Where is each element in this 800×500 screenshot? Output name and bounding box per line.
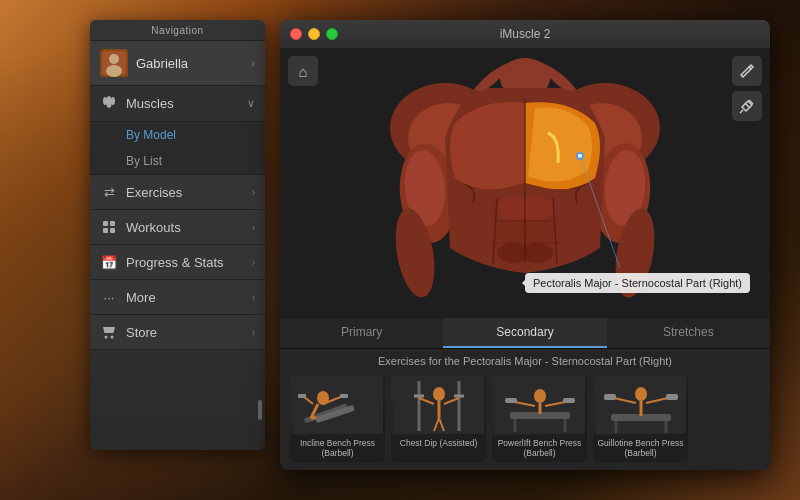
exercise-tabs: Primary Secondary Stretches	[280, 318, 770, 349]
svg-line-13	[745, 103, 750, 108]
workouts-chevron-icon: ›	[252, 222, 255, 233]
syringe-button[interactable]	[732, 91, 762, 121]
muscles-chevron-icon: ∨	[247, 97, 255, 110]
nav-more[interactable]: ··· More ›	[90, 280, 265, 315]
exercise-card-1[interactable]: Chest Dip (Assisted)	[391, 375, 486, 462]
more-chevron-icon: ›	[252, 292, 255, 303]
muscles-by-list[interactable]: By List	[90, 148, 265, 174]
user-name: Gabriella	[136, 56, 251, 71]
pencil-button[interactable]	[732, 56, 762, 86]
exercise-label-3: Guillotine Bench Press (Barbell)	[593, 435, 688, 462]
exercise-card-2[interactable]: PowerlIft Bench Press (Barbell)	[492, 375, 587, 462]
tool-buttons	[732, 56, 762, 121]
svg-point-74	[635, 387, 647, 401]
workouts-icon	[100, 218, 118, 236]
navigation-panel: Navigation Gabriella › Muscles ∨ By M	[90, 20, 265, 450]
muscles-icon	[100, 94, 118, 113]
svg-point-3	[106, 65, 122, 77]
exercise-grid: Incline Bench Press (Barbell)	[290, 375, 760, 466]
nav-scrollbar[interactable]	[258, 400, 262, 420]
window-title: iMuscle 2	[500, 27, 551, 41]
exercise-label-0: Incline Bench Press (Barbell)	[290, 435, 385, 462]
svg-rect-49	[340, 394, 348, 398]
window-controls	[290, 28, 338, 40]
muscles-by-model[interactable]: By Model	[90, 122, 265, 148]
svg-rect-69	[563, 398, 575, 403]
svg-point-6	[111, 97, 115, 105]
nav-user-row[interactable]: Gabriella ›	[90, 41, 265, 86]
maximize-button[interactable]	[326, 28, 338, 40]
nav-exercises[interactable]: ⇄ Exercises ›	[90, 175, 265, 210]
minimize-button[interactable]	[308, 28, 320, 40]
more-label: More	[126, 290, 252, 305]
svg-point-56	[433, 387, 445, 401]
exercise-card-0[interactable]: Incline Bench Press (Barbell)	[290, 375, 385, 462]
nav-workouts[interactable]: Workouts ›	[90, 210, 265, 245]
svg-rect-10	[110, 228, 115, 233]
muscles-label: Muscles	[126, 96, 247, 111]
exercises-icon: ⇄	[100, 183, 118, 201]
svg-point-5	[103, 97, 107, 105]
user-chevron-icon: ›	[251, 57, 255, 69]
nav-muscles-header[interactable]: Muscles ∨	[90, 86, 265, 122]
avatar	[100, 49, 128, 77]
more-icon: ···	[100, 288, 118, 306]
store-icon	[100, 323, 118, 341]
muscles-submenu: By Model By List	[90, 122, 265, 175]
nav-store[interactable]: Store ›	[90, 315, 265, 350]
tab-stretches[interactable]: Stretches	[607, 318, 770, 348]
workouts-label: Workouts	[126, 220, 252, 235]
exercise-card-3[interactable]: Guillotine Bench Press (Barbell)	[593, 375, 688, 462]
muscle-view: ⌂	[280, 48, 770, 318]
svg-rect-68	[505, 398, 517, 403]
svg-point-12	[111, 336, 114, 339]
store-label: Store	[126, 325, 252, 340]
progress-label: Progress & Stats	[126, 255, 252, 270]
svg-point-11	[105, 336, 108, 339]
svg-point-2	[109, 54, 119, 64]
exercise-label-2: PowerlIft Bench Press (Barbell)	[492, 435, 587, 462]
exercise-section-title: Exercises for the Pectoralis Major - Ste…	[290, 355, 760, 367]
svg-rect-8	[110, 221, 115, 226]
tab-secondary[interactable]: Secondary	[443, 318, 606, 348]
svg-point-64	[534, 389, 546, 403]
svg-point-28	[519, 220, 553, 242]
exercise-thumb-1	[391, 375, 486, 435]
exercises-chevron-icon: ›	[252, 187, 255, 198]
exercise-section: Exercises for the Pectoralis Major - Ste…	[280, 349, 770, 470]
exercises-label: Exercises	[126, 185, 252, 200]
muscle-label: Pectoralis Major - Sternocostal Part (Ri…	[525, 273, 750, 293]
svg-rect-7	[103, 221, 108, 226]
svg-rect-48	[298, 394, 306, 398]
svg-rect-78	[604, 394, 616, 400]
home-button[interactable]: ⌂	[288, 56, 318, 86]
exercise-thumb-3	[593, 375, 688, 435]
tab-primary[interactable]: Primary	[280, 318, 443, 348]
main-window: iMuscle 2 ⌂	[280, 20, 770, 470]
svg-point-30	[521, 243, 553, 263]
svg-point-26	[517, 196, 553, 220]
progress-icon: 📅	[100, 253, 118, 271]
close-button[interactable]	[290, 28, 302, 40]
exercise-label-1: Chest Dip (Assisted)	[391, 435, 486, 452]
store-chevron-icon: ›	[252, 327, 255, 338]
window-titlebar: iMuscle 2	[280, 20, 770, 48]
svg-rect-41	[293, 376, 383, 434]
svg-rect-79	[666, 394, 678, 400]
progress-chevron-icon: ›	[252, 257, 255, 268]
nav-progress[interactable]: 📅 Progress & Stats ›	[90, 245, 265, 280]
exercise-thumb-0	[290, 375, 385, 435]
svg-rect-9	[103, 228, 108, 233]
nav-title: Navigation	[90, 20, 265, 41]
exercise-thumb-2	[492, 375, 587, 435]
